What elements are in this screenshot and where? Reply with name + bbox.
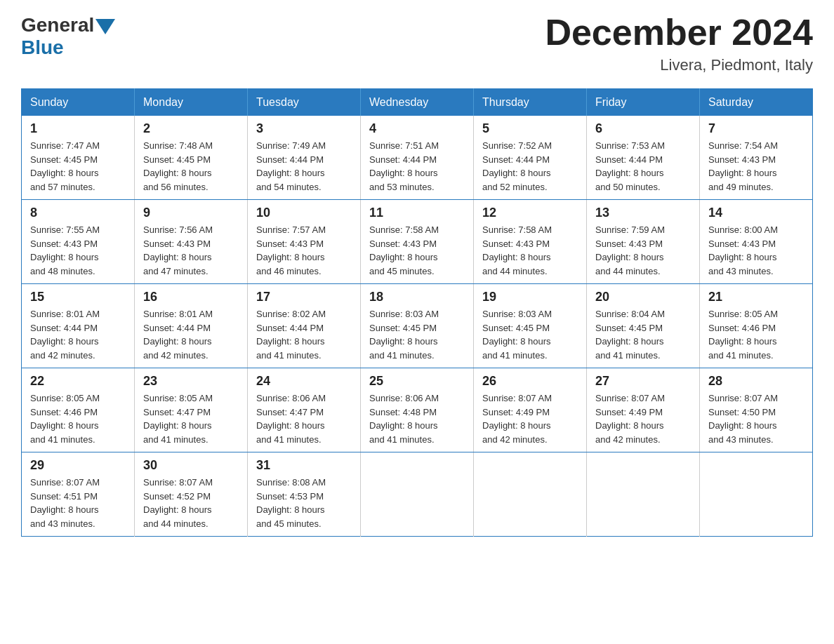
day-number: 11 [369, 206, 465, 220]
day-number: 24 [256, 374, 352, 389]
day-cell-3: 3 Sunrise: 7:49 AM Sunset: 4:44 PM Dayli… [248, 116, 361, 200]
day-number: 5 [482, 121, 578, 136]
day-info: Sunrise: 8:01 AM Sunset: 4:44 PM Dayligh… [143, 307, 239, 362]
calendar-table: Sunday Monday Tuesday Wednesday Thursday… [21, 88, 813, 537]
day-cell-9: 9 Sunrise: 7:56 AM Sunset: 4:43 PM Dayli… [135, 200, 248, 284]
day-info: Sunrise: 8:05 AM Sunset: 4:46 PM Dayligh… [708, 307, 804, 362]
day-cell-17: 17 Sunrise: 8:02 AM Sunset: 4:44 PM Dayl… [248, 284, 361, 368]
day-cell-21: 21 Sunrise: 8:05 AM Sunset: 4:46 PM Dayl… [700, 284, 813, 368]
day-number: 21 [708, 290, 804, 304]
header-saturday: Saturday [700, 89, 813, 116]
week-row-1: 1 Sunrise: 7:47 AM Sunset: 4:45 PM Dayli… [22, 116, 813, 200]
weekday-header-row: Sunday Monday Tuesday Wednesday Thursday… [22, 89, 813, 116]
month-title: December 2024 [545, 14, 813, 51]
day-info: Sunrise: 7:57 AM Sunset: 4:43 PM Dayligh… [256, 223, 352, 278]
day-info: Sunrise: 7:47 AM Sunset: 4:45 PM Dayligh… [30, 139, 126, 194]
day-cell-11: 11 Sunrise: 7:58 AM Sunset: 4:43 PM Dayl… [361, 200, 474, 284]
day-info: Sunrise: 7:59 AM Sunset: 4:43 PM Dayligh… [595, 223, 691, 278]
week-row-2: 8 Sunrise: 7:55 AM Sunset: 4:43 PM Dayli… [22, 200, 813, 284]
day-cell-26: 26 Sunrise: 8:07 AM Sunset: 4:49 PM Dayl… [474, 368, 587, 452]
day-number: 6 [595, 121, 691, 136]
logo-general-text: General [21, 14, 94, 36]
day-info: Sunrise: 8:07 AM Sunset: 4:49 PM Dayligh… [482, 391, 578, 446]
day-cell-13: 13 Sunrise: 7:59 AM Sunset: 4:43 PM Dayl… [587, 200, 700, 284]
header-wednesday: Wednesday [361, 89, 474, 116]
header-friday: Friday [587, 89, 700, 116]
day-number: 18 [369, 290, 465, 304]
day-number: 14 [708, 206, 804, 220]
empty-cell-w4-c4 [474, 452, 587, 537]
day-number: 17 [256, 290, 352, 304]
logo: General Blue [21, 14, 117, 59]
header-sunday: Sunday [22, 89, 135, 116]
day-number: 10 [256, 206, 352, 220]
day-cell-19: 19 Sunrise: 8:03 AM Sunset: 4:45 PM Dayl… [474, 284, 587, 368]
day-number: 27 [595, 374, 691, 389]
day-number: 31 [256, 458, 352, 473]
day-number: 26 [482, 374, 578, 389]
logo-triangle-icon [95, 19, 115, 34]
day-info: Sunrise: 7:52 AM Sunset: 4:44 PM Dayligh… [482, 139, 578, 194]
day-info: Sunrise: 8:04 AM Sunset: 4:45 PM Dayligh… [595, 307, 691, 362]
day-info: Sunrise: 8:05 AM Sunset: 4:47 PM Dayligh… [143, 391, 239, 446]
week-row-5: 29 Sunrise: 8:07 AM Sunset: 4:51 PM Dayl… [22, 452, 813, 537]
day-number: 2 [143, 121, 239, 136]
page-header: General Blue December 2024 Livera, Piedm… [21, 14, 813, 74]
day-number: 9 [143, 206, 239, 220]
day-info: Sunrise: 7:58 AM Sunset: 4:43 PM Dayligh… [369, 223, 465, 278]
day-cell-12: 12 Sunrise: 7:58 AM Sunset: 4:43 PM Dayl… [474, 200, 587, 284]
day-cell-31: 31 Sunrise: 8:08 AM Sunset: 4:53 PM Dayl… [248, 452, 361, 537]
day-info: Sunrise: 7:54 AM Sunset: 4:43 PM Dayligh… [708, 139, 804, 194]
day-info: Sunrise: 7:56 AM Sunset: 4:43 PM Dayligh… [143, 223, 239, 278]
day-cell-24: 24 Sunrise: 8:06 AM Sunset: 4:47 PM Dayl… [248, 368, 361, 452]
day-number: 23 [143, 374, 239, 389]
day-info: Sunrise: 7:53 AM Sunset: 4:44 PM Dayligh… [595, 139, 691, 194]
header-tuesday: Tuesday [248, 89, 361, 116]
day-cell-27: 27 Sunrise: 8:07 AM Sunset: 4:49 PM Dayl… [587, 368, 700, 452]
empty-cell-w4-c3 [361, 452, 474, 537]
location-text: Livera, Piedmont, Italy [545, 56, 813, 74]
day-cell-8: 8 Sunrise: 7:55 AM Sunset: 4:43 PM Dayli… [22, 200, 135, 284]
day-cell-5: 5 Sunrise: 7:52 AM Sunset: 4:44 PM Dayli… [474, 116, 587, 200]
day-number: 20 [595, 290, 691, 304]
day-cell-23: 23 Sunrise: 8:05 AM Sunset: 4:47 PM Dayl… [135, 368, 248, 452]
day-number: 16 [143, 290, 239, 304]
week-row-3: 15 Sunrise: 8:01 AM Sunset: 4:44 PM Dayl… [22, 284, 813, 368]
day-number: 30 [143, 458, 239, 473]
day-cell-25: 25 Sunrise: 8:06 AM Sunset: 4:48 PM Dayl… [361, 368, 474, 452]
day-info: Sunrise: 7:49 AM Sunset: 4:44 PM Dayligh… [256, 139, 352, 194]
day-info: Sunrise: 8:07 AM Sunset: 4:50 PM Dayligh… [708, 391, 804, 446]
day-info: Sunrise: 7:48 AM Sunset: 4:45 PM Dayligh… [143, 139, 239, 194]
day-number: 1 [30, 121, 126, 136]
day-cell-15: 15 Sunrise: 8:01 AM Sunset: 4:44 PM Dayl… [22, 284, 135, 368]
day-cell-16: 16 Sunrise: 8:01 AM Sunset: 4:44 PM Dayl… [135, 284, 248, 368]
day-info: Sunrise: 8:01 AM Sunset: 4:44 PM Dayligh… [30, 307, 126, 362]
day-number: 19 [482, 290, 578, 304]
day-number: 25 [369, 374, 465, 389]
day-number: 4 [369, 121, 465, 136]
day-cell-7: 7 Sunrise: 7:54 AM Sunset: 4:43 PM Dayli… [700, 116, 813, 200]
day-info: Sunrise: 8:07 AM Sunset: 4:52 PM Dayligh… [143, 476, 239, 530]
day-cell-28: 28 Sunrise: 8:07 AM Sunset: 4:50 PM Dayl… [700, 368, 813, 452]
day-number: 28 [708, 374, 804, 389]
day-info: Sunrise: 8:07 AM Sunset: 4:51 PM Dayligh… [30, 476, 126, 530]
day-number: 29 [30, 458, 126, 473]
day-info: Sunrise: 8:08 AM Sunset: 4:53 PM Dayligh… [256, 476, 352, 530]
week-row-4: 22 Sunrise: 8:05 AM Sunset: 4:46 PM Dayl… [22, 368, 813, 452]
day-number: 22 [30, 374, 126, 389]
day-number: 3 [256, 121, 352, 136]
day-cell-20: 20 Sunrise: 8:04 AM Sunset: 4:45 PM Dayl… [587, 284, 700, 368]
header-thursday: Thursday [474, 89, 587, 116]
header-monday: Monday [135, 89, 248, 116]
title-section: December 2024 Livera, Piedmont, Italy [545, 14, 813, 74]
day-cell-10: 10 Sunrise: 7:57 AM Sunset: 4:43 PM Dayl… [248, 200, 361, 284]
day-cell-22: 22 Sunrise: 8:05 AM Sunset: 4:46 PM Dayl… [22, 368, 135, 452]
day-info: Sunrise: 8:06 AM Sunset: 4:48 PM Dayligh… [369, 391, 465, 446]
day-cell-1: 1 Sunrise: 7:47 AM Sunset: 4:45 PM Dayli… [22, 116, 135, 200]
logo-blue-text: Blue [21, 36, 64, 59]
empty-cell-w4-c6 [700, 452, 813, 537]
empty-cell-w4-c5 [587, 452, 700, 537]
day-info: Sunrise: 8:07 AM Sunset: 4:49 PM Dayligh… [595, 391, 691, 446]
day-number: 15 [30, 290, 126, 304]
day-info: Sunrise: 8:05 AM Sunset: 4:46 PM Dayligh… [30, 391, 126, 446]
